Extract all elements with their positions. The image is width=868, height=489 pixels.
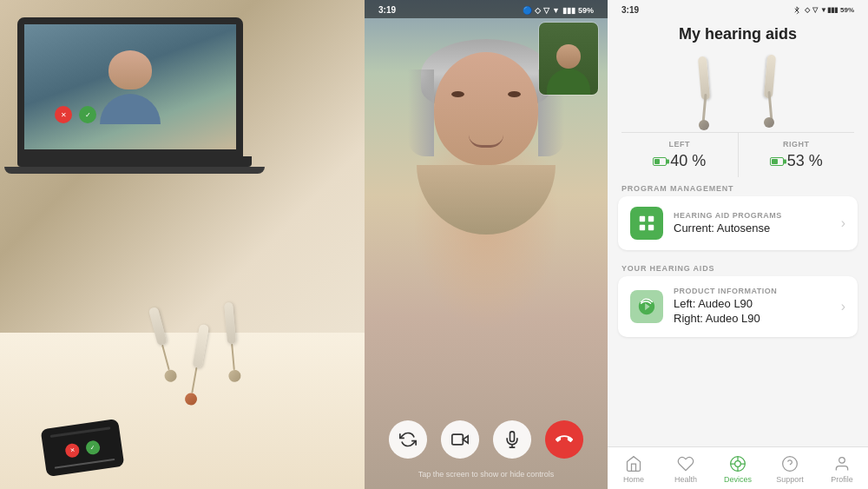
video-controls (365, 420, 608, 459)
hearing-aid-right-image (741, 52, 802, 122)
app-content: My hearing aids LEFT (608, 18, 868, 446)
phone-call-buttons: ✕ ✓ (64, 439, 101, 458)
battery-left-icon (653, 157, 667, 166)
product-chevron: › (841, 299, 845, 314)
right-panel-app: 3:19 ◇ ▽ ▼▮▮▮ 59% My hearing aids (608, 0, 868, 489)
battery-right-label: RIGHT (742, 140, 852, 149)
hearing-aids-photo (139, 298, 295, 402)
battery-section: LEFT 40 % RIGHT 53 % (621, 132, 854, 177)
svg-rect-2 (640, 216, 645, 221)
program-management-card: HEARING AID PROGRAMS Current: Autosense … (618, 196, 858, 250)
hair-side-left (408, 69, 434, 156)
page-title-section: My hearing aids (608, 18, 868, 43)
battery-right-icon (770, 157, 784, 166)
svg-point-6 (783, 457, 798, 472)
product-text: PRODUCT INFORMATION Left: Audeo L90 Righ… (674, 287, 831, 327)
right-status-bar: 3:19 ◇ ▽ ▼▮▮▮ 59% (608, 0, 868, 18)
home-label: Home (623, 475, 644, 484)
pip-person-head (556, 44, 581, 69)
laptop: ✕ ✓ (17, 17, 260, 191)
program-management-header: PROGRAM MANAGEMENT (608, 177, 868, 196)
programs-value: Current: Autosense (674, 221, 831, 236)
bottom-navigation: Home Health Devices (608, 446, 868, 489)
battery-left-percent: 40 % (670, 152, 706, 170)
product-information-item[interactable]: PRODUCT INFORMATION Left: Audeo L90 Righ… (618, 276, 858, 337)
devices-label: Devices (724, 475, 752, 484)
mic-toggle-button[interactable] (493, 420, 531, 459)
hearing-aid-right-photo (222, 302, 241, 383)
main-caller-hair (421, 39, 551, 109)
middle-time: 3:19 (378, 5, 396, 15)
battery-left-value: 40 % (625, 152, 734, 170)
support-icon (780, 454, 799, 473)
profile-icon (832, 454, 852, 473)
nav-devices[interactable]: Devices (712, 453, 764, 486)
video-hint: Tap the screen to show or hide controls (365, 470, 608, 479)
product-value: Left: Audeo L90 Right: Audeo L90 (674, 297, 831, 327)
bluetooth-icon (792, 6, 802, 15)
hearing-aid-left-image (674, 52, 734, 122)
svg-point-7 (839, 458, 845, 464)
laptop-caller-body (100, 94, 161, 124)
laptop-answer-icon: ✓ (79, 106, 96, 123)
battery-right-percent: 53 % (787, 152, 823, 170)
battery-right: RIGHT 53 % (739, 133, 855, 177)
flip-camera-button[interactable] (389, 420, 427, 459)
pip-caller (538, 22, 599, 96)
end-call-button[interactable] (545, 420, 583, 459)
laptop-end-call-icon: ✕ (55, 106, 72, 123)
laptop-base (17, 156, 252, 167)
product-icon (630, 290, 663, 323)
health-label: Health (674, 475, 697, 484)
middle-status-bar: 3:19 🔵 ◇ ▽ ▼ ▮▮▮ 59% (365, 0, 608, 18)
nav-support[interactable]: Support (764, 453, 816, 486)
middle-status-icons: 🔵 ◇ ▽ ▼ ▮▮▮ 59% (523, 6, 594, 15)
laptop-caller-head (108, 50, 152, 89)
programs-label: HEARING AID PROGRAMS (674, 211, 831, 220)
profile-label: Profile (831, 475, 853, 484)
home-icon (624, 454, 643, 473)
svg-rect-1 (452, 434, 464, 445)
battery-right-value: 53 % (742, 152, 852, 170)
phone-answer-icon: ✓ (85, 439, 101, 455)
product-label: PRODUCT INFORMATION (674, 287, 831, 295)
svg-rect-4 (640, 225, 645, 230)
your-hearing-aids-card: PRODUCT INFORMATION Left: Audeo L90 Righ… (618, 276, 858, 337)
hearing-aid-programs-item[interactable]: HEARING AID PROGRAMS Current: Autosense … (618, 196, 858, 250)
pip-background (539, 23, 598, 95)
battery-left-label: LEFT (625, 140, 734, 149)
right-status-icons: ◇ ▽ ▼▮▮▮ 59% (792, 6, 854, 15)
phone-end-call-icon: ✕ (64, 443, 80, 459)
page-title: My hearing aids (621, 25, 854, 43)
right-time: 3:19 (621, 5, 639, 15)
main-caller-body (417, 165, 556, 235)
svg-rect-3 (648, 216, 654, 221)
svg-marker-0 (463, 436, 468, 443)
hearing-aid-left-photo (147, 307, 178, 384)
nav-health[interactable]: Health (660, 453, 712, 486)
middle-panel-video-call: 3:19 🔵 ◇ ▽ ▼ ▮▮▮ 59% (365, 0, 608, 489)
support-label: Support (776, 475, 804, 484)
pip-person-body (547, 69, 590, 95)
nav-profile[interactable]: Profile (816, 453, 868, 486)
video-background: Tap the screen to show or hide controls (365, 0, 608, 489)
svg-rect-5 (648, 225, 654, 230)
hearing-aid-center-photo (184, 323, 210, 406)
your-hearing-aids-header: YOUR HEARING AIDS (608, 257, 868, 276)
video-toggle-button[interactable] (441, 420, 479, 459)
nav-home[interactable]: Home (608, 453, 660, 486)
laptop-bottom (4, 167, 265, 174)
left-panel: ✕ ✓ (0, 0, 365, 489)
main-caller-head (434, 52, 538, 165)
programs-text: HEARING AID PROGRAMS Current: Autosense (674, 211, 831, 236)
hearing-aids-image (608, 43, 868, 129)
programs-icon (630, 207, 663, 240)
health-icon (676, 454, 695, 473)
programs-chevron: › (841, 215, 845, 231)
battery-left: LEFT 40 % (621, 133, 739, 177)
devices-icon (728, 454, 747, 473)
laptop-call-controls: ✕ ✓ (55, 106, 96, 123)
